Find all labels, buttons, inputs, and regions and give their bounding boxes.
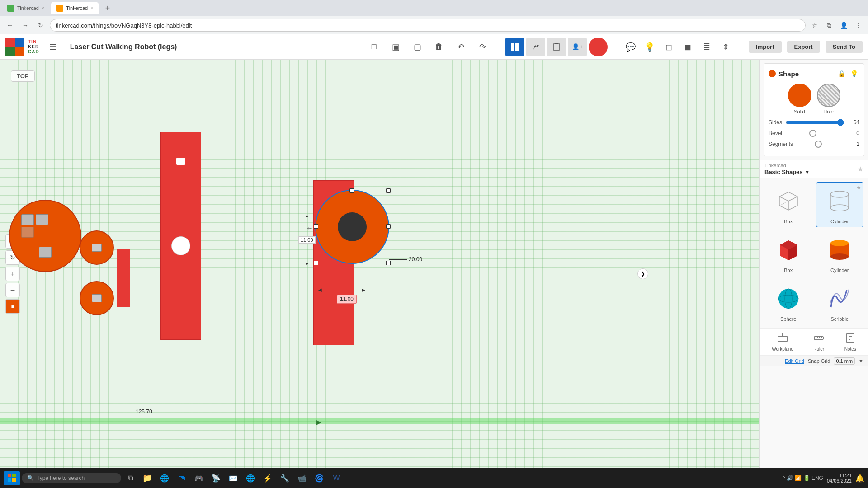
chrome-btn[interactable]: 🌐 (157, 471, 172, 485)
forward-btn[interactable]: → (19, 19, 32, 32)
tab-active[interactable]: Tinkercad× (51, 2, 99, 14)
zoom-btn[interactable]: 📹 (295, 471, 309, 485)
email-btn[interactable]: ✉️ (226, 471, 241, 485)
shape-panel: Shape 🔒 💡 Solid Hole (764, 63, 864, 156)
word-btn[interactable]: W (329, 471, 344, 485)
menu-btn[interactable]: ⋮ (852, 19, 864, 32)
sendto-btn[interactable]: Send To (826, 41, 863, 53)
tab-1[interactable]: Tinkercad× (2, 2, 50, 14)
svg-line-10 (779, 201, 788, 206)
comment-btn[interactable]: 💬 (623, 39, 639, 55)
snap-grid-label: Snap Grid (808, 358, 830, 364)
workplane-tool[interactable]: Workplane (772, 333, 793, 352)
fritzing-btn[interactable]: ⚡ (260, 471, 275, 485)
solid-circle-indicator (788, 84, 811, 107)
small-orange-circle-1[interactable] (80, 230, 114, 265)
bevel-circle[interactable] (809, 130, 816, 137)
project-title: Laser Cut Walking Robot (legs) (70, 43, 177, 51)
edge-btn[interactable]: 🌀 (312, 471, 326, 485)
svg-rect-0 (511, 43, 514, 47)
chrome2-btn[interactable]: 🌐 (243, 471, 258, 485)
undo-btn[interactable]: ↶ (453, 39, 469, 55)
copy-btn[interactable]: ▣ (387, 39, 404, 55)
snap-dropdown-icon[interactable]: ▼ (859, 358, 863, 364)
steam-btn[interactable]: 🎮 (192, 471, 206, 485)
clipboard-btn[interactable] (547, 38, 566, 56)
taskview-btn[interactable]: ⧉ (123, 471, 137, 485)
red-small-rect[interactable] (117, 249, 130, 307)
hole-circle-indicator (817, 84, 840, 107)
snap-value[interactable]: 0.1 mm (834, 357, 855, 365)
handle-tr[interactable] (386, 188, 391, 193)
shape-card-scribble[interactable]: Scribble (816, 280, 864, 325)
library-dropdown-btn[interactable]: Basic Shapes ▼ (764, 169, 810, 175)
user-btn[interactable]: 👤+ (568, 38, 587, 56)
hole-option[interactable]: Hole (817, 84, 840, 114)
selected-orange-circle[interactable]: ← (315, 190, 389, 264)
small-orange-circle-2[interactable] (80, 281, 114, 315)
segments-prop: Segments 1 (769, 141, 859, 148)
mirror-btn[interactable]: ⇕ (717, 39, 734, 55)
sides-slider[interactable] (786, 119, 844, 126)
big-orange-circle[interactable] (9, 200, 81, 272)
workplane-label: Workplane (772, 347, 793, 352)
grid-view-btn[interactable] (505, 38, 524, 56)
shape-card-box-solid[interactable]: Box (764, 231, 812, 276)
reload-btn[interactable]: ↻ (34, 19, 47, 32)
extensions-btn[interactable]: ⧉ (823, 19, 835, 32)
address-bar[interactable]: tinkercad.com/things/boVNGaqN3Y8-epic-ha… (50, 19, 806, 32)
taskbar-search[interactable]: 🔍 Type here to search (22, 473, 121, 483)
shape-color-dot[interactable] (769, 70, 776, 77)
shape-card-sphere[interactable]: Sphere (764, 280, 812, 325)
redo-btn[interactable]: ↷ (474, 39, 491, 55)
handle-tl[interactable] (349, 188, 354, 193)
star-fav-icon[interactable]: ★ (857, 165, 863, 174)
ruler-tool[interactable]: Ruler (813, 333, 824, 352)
paste-btn[interactable]: ▢ (409, 39, 425, 55)
align-btn[interactable]: ≣ (698, 39, 715, 55)
svg-point-11 (830, 191, 849, 197)
solid-option[interactable]: Solid (788, 84, 811, 114)
edit-grid-link[interactable]: Edit Grid (785, 358, 804, 364)
bookmark-btn[interactable]: ☆ (808, 19, 821, 32)
hamburger-btn[interactable]: ☰ (45, 39, 61, 55)
svg-point-19 (830, 253, 849, 260)
export-btn[interactable]: Export (787, 41, 820, 53)
profile-btn[interactable]: 👤 (837, 19, 850, 32)
lightbulb-icon[interactable]: 💡 (849, 68, 859, 79)
signal-btn[interactable]: 📡 (209, 471, 223, 485)
start-button[interactable] (4, 471, 20, 485)
shape-card-box-wireframe[interactable]: Box (764, 182, 812, 227)
shape-card-cyl-solid[interactable]: Cylinder (816, 231, 864, 276)
avatar[interactable] (589, 38, 608, 56)
tab-new[interactable]: + (100, 2, 116, 14)
delete-btn[interactable]: 🗑 (431, 39, 447, 55)
shape-card-box-solid-label: Box (784, 267, 793, 273)
back-btn[interactable]: ← (4, 19, 16, 32)
segments-circle[interactable] (815, 141, 822, 148)
dropdown-arrow-icon: ▼ (805, 169, 810, 175)
arduino-btn[interactable]: 🔧 (278, 471, 292, 485)
notes-tool[interactable]: Notes (844, 333, 856, 352)
hammer-btn[interactable] (526, 38, 545, 56)
collapse-panel-arrow[interactable]: ❯ (637, 268, 648, 279)
notification-btn[interactable]: 🔔 (855, 474, 864, 483)
library-header: Tinkercad Basic Shapes ▼ ★ (760, 160, 868, 178)
shape-card-scribble-label: Scribble (830, 316, 849, 322)
group-btn[interactable]: ◻ (660, 39, 677, 55)
canvas-area[interactable]: TOP ⌂ ↻ + − ■ (0, 60, 760, 488)
red-tall-rect-left[interactable] (160, 132, 201, 340)
store-btn[interactable]: 🛍 (175, 471, 189, 485)
shape-card-cyl-selected[interactable]: ★ Cylinder (816, 182, 864, 227)
lock-icon[interactable]: 🔒 (836, 68, 847, 79)
ungroup-btn[interactable]: ◼ (679, 39, 696, 55)
svg-rect-2 (511, 47, 514, 51)
explorer-btn[interactable]: 📁 (140, 471, 155, 485)
ground-line (0, 418, 760, 424)
svg-rect-38 (12, 478, 16, 482)
new-design-btn[interactable]: □ (366, 39, 382, 55)
handle-mr[interactable] (386, 224, 391, 229)
svg-rect-36 (12, 474, 16, 477)
import-btn[interactable]: Import (749, 41, 781, 53)
bulb-btn[interactable]: 💡 (642, 39, 658, 55)
